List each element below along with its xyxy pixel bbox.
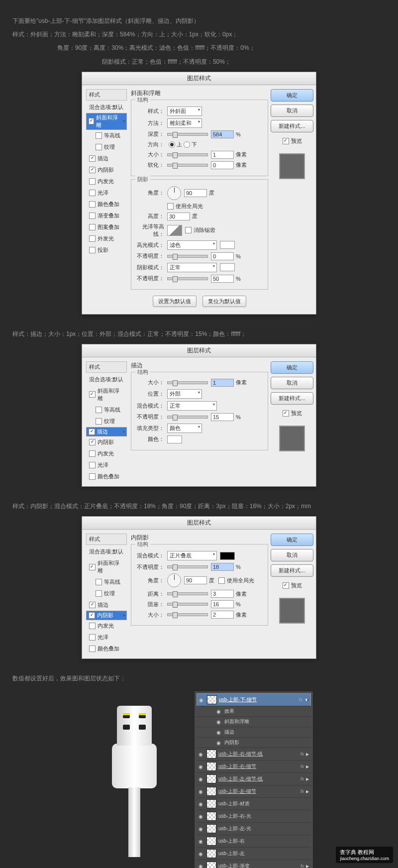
check-icon[interactable] (89, 201, 96, 208)
antialias-check[interactable] (185, 227, 192, 233)
style-inner-shadow[interactable]: 内阴影 (86, 436, 127, 448)
check-icon[interactable] (96, 407, 102, 413)
style-gradient-overlay[interactable]: 渐变叠加 (86, 210, 127, 221)
style-stroke[interactable]: 描边 (86, 427, 127, 436)
style-inner-glow[interactable]: 内发光 (86, 448, 127, 459)
stroke-color[interactable] (167, 435, 182, 443)
visibility-icon[interactable]: ◉ (199, 851, 204, 857)
depth-input[interactable]: 584 (211, 130, 234, 138)
style-stroke[interactable]: 描边 (86, 599, 127, 611)
preview-check[interactable] (283, 582, 289, 589)
visibility-icon[interactable]: ◉ (216, 719, 222, 725)
choke-input[interactable]: 16 (211, 600, 234, 608)
check-icon[interactable] (89, 391, 96, 398)
angle-dial[interactable] (167, 573, 181, 587)
collapse-icon[interactable]: ▶ (306, 789, 309, 794)
layer-row[interactable]: ◉usb-上部-右 (197, 835, 311, 848)
preview-check[interactable] (283, 138, 289, 144)
check-icon[interactable] (89, 634, 96, 641)
depth-slider[interactable] (167, 133, 208, 136)
visibility-icon[interactable]: ◉ (199, 826, 204, 832)
layer-effect[interactable]: ◉描边 (197, 727, 311, 738)
new-style-button[interactable]: 新建样式... (271, 120, 313, 132)
check-icon[interactable] (89, 450, 96, 457)
style-satin[interactable]: 光泽 (86, 632, 127, 643)
layer-row[interactable]: ◉usb-上部-左 (197, 848, 311, 860)
dir-down-radio[interactable] (184, 141, 190, 148)
style-inner-glow[interactable]: 内发光 (86, 176, 127, 187)
fx-icon[interactable]: fx (299, 697, 302, 702)
style-bevel[interactable]: 斜面和浮雕 (86, 557, 127, 576)
style-bevel[interactable]: 斜面和浮雕 (86, 113, 127, 130)
angle-dial[interactable] (167, 186, 181, 200)
layer-effect[interactable]: ◉斜面和浮雕 (197, 717, 311, 727)
style-bevel[interactable]: 斜面和浮雕 (86, 385, 127, 404)
size-slider[interactable] (167, 613, 208, 616)
new-style-button[interactable]: 新建样式... (271, 564, 313, 577)
check-icon[interactable] (89, 118, 94, 124)
fx-icon[interactable]: fx (300, 864, 304, 868)
angle-input[interactable]: 90 (184, 576, 207, 584)
gloss-contour[interactable] (167, 225, 182, 236)
size-input[interactable]: 2 (211, 611, 234, 619)
size-input[interactable]: 1 (211, 151, 234, 159)
size-input[interactable]: 1 (211, 379, 234, 387)
visibility-icon[interactable]: ◉ (199, 776, 204, 782)
opacity-input[interactable]: 15 (211, 413, 234, 421)
opacity-slider[interactable] (167, 565, 208, 568)
highlight-mode-select[interactable]: 滤色 (167, 240, 217, 250)
fx-icon[interactable]: fx (300, 752, 304, 757)
check-icon[interactable] (89, 462, 96, 468)
layer-effect[interactable]: ◉效果 (197, 706, 311, 717)
style-stroke[interactable]: 描边 (86, 153, 127, 164)
altitude-input[interactable]: 30 (167, 213, 190, 220)
collapse-icon[interactable]: ▼ (304, 698, 308, 702)
layer-row[interactable]: ◉usb-上部-右-细节-线fx▶ (197, 748, 311, 760)
check-icon[interactable] (89, 646, 96, 652)
visibility-icon[interactable]: ◉ (199, 839, 204, 844)
check-icon[interactable] (89, 213, 96, 219)
cancel-button[interactable]: 取消 (271, 377, 313, 389)
blend-select[interactable]: 正片叠底 (167, 551, 217, 560)
blend-options[interactable]: 混合选项:默认 (86, 102, 127, 113)
visibility-icon[interactable]: ◉ (199, 789, 204, 794)
angle-input[interactable]: 90 (184, 189, 207, 197)
soften-input[interactable]: 0 (211, 161, 234, 169)
check-icon[interactable] (89, 235, 96, 242)
check-icon[interactable] (89, 224, 96, 230)
check-icon[interactable] (96, 590, 102, 597)
position-select[interactable]: 外部 (167, 389, 202, 399)
cancel-button[interactable]: 取消 (271, 549, 313, 561)
shadow-color[interactable] (220, 263, 235, 271)
style-texture[interactable]: 纹理 (86, 141, 127, 153)
distance-slider[interactable] (167, 592, 208, 595)
check-icon[interactable] (89, 612, 95, 619)
fill-type-select[interactable]: 颜色 (167, 424, 202, 433)
style-inner-shadow[interactable]: 内阴影 (86, 611, 127, 620)
visibility-icon[interactable]: ◉ (199, 697, 205, 703)
ok-button[interactable]: 确定 (271, 361, 313, 374)
style-contour[interactable]: 等高线 (86, 576, 127, 588)
visibility-icon[interactable]: ◉ (216, 740, 222, 746)
fx-icon[interactable]: fx (300, 764, 304, 769)
sh-opacity-input[interactable]: 50 (211, 275, 234, 283)
style-satin[interactable]: 光泽 (86, 459, 127, 471)
style-texture[interactable]: 纹理 (86, 588, 127, 599)
global-light-check[interactable] (218, 577, 225, 584)
collapse-icon[interactable]: ▶ (306, 864, 309, 868)
preview-check[interactable] (283, 410, 289, 417)
cancel-button[interactable]: 取消 (271, 105, 313, 117)
style-color-overlay[interactable]: 颜色叠加 (86, 471, 127, 482)
style-pattern-overlay[interactable]: 图案叠加 (86, 221, 127, 233)
new-style-button[interactable]: 新建样式... (271, 392, 313, 405)
dir-up-radio[interactable] (169, 141, 175, 148)
check-icon[interactable] (89, 602, 96, 608)
layer-row[interactable]: ◉usb-上部-左-光 (197, 823, 311, 835)
set-default-button[interactable]: 设置为默认值 (153, 296, 197, 307)
visibility-icon[interactable]: ◉ (199, 801, 204, 807)
reset-default-button[interactable]: 复位为默认值 (202, 296, 246, 307)
check-icon[interactable] (96, 144, 102, 150)
visibility-icon[interactable]: ◉ (199, 864, 204, 868)
layer-row[interactable]: ◉usb-上部-右-细节fx▶ (197, 760, 311, 773)
check-icon[interactable] (89, 190, 96, 196)
